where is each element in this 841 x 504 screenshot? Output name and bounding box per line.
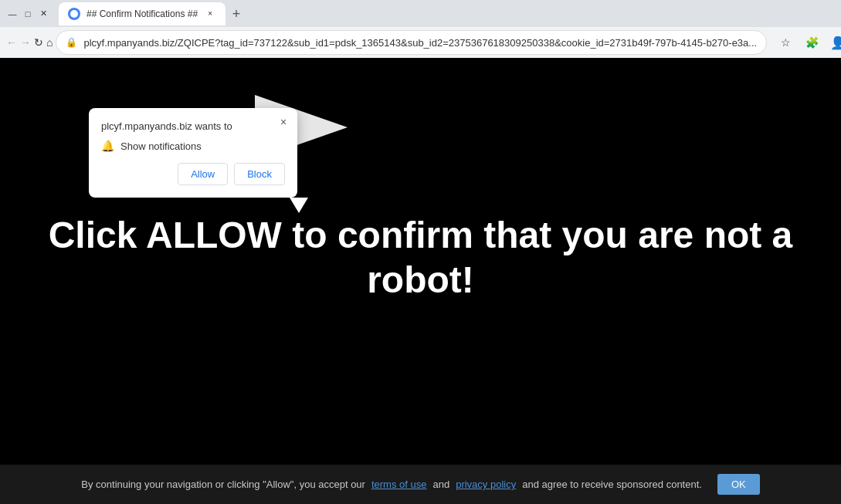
tab-close-button[interactable]: × xyxy=(204,8,216,20)
window-controls: — □ ✕ xyxy=(6,8,49,20)
footer-text-after: and agree to receive sponsored content. xyxy=(522,479,702,490)
page-content: × plcyf.mpanyands.biz wants to 🔔 Show no… xyxy=(0,58,841,504)
privacy-policy-link[interactable]: privacy policy xyxy=(456,479,516,490)
browser-frame: — □ ✕ ## Confirm Notifications ## × + ← … xyxy=(0,0,841,504)
home-button[interactable]: ⌂ xyxy=(46,30,53,55)
extensions-button[interactable]: 🧩 xyxy=(799,30,824,55)
browser-tab[interactable]: ## Confirm Notifications ## × xyxy=(59,2,226,25)
popup-buttons: Allow Block xyxy=(101,163,285,185)
lock-icon: 🔒 xyxy=(66,37,77,48)
nav-bar: ← → ↻ ⌂ 🔒 plcyf.mpanyands.biz/ZQICPE?tag… xyxy=(0,27,841,58)
allow-button[interactable]: Allow xyxy=(178,163,228,185)
tab-title: ## Confirm Notifications ## xyxy=(86,8,198,19)
bell-icon: 🔔 xyxy=(101,140,114,152)
title-bar: — □ ✕ ## Confirm Notifications ## × + xyxy=(0,0,841,27)
popup-permission-row: 🔔 Show notifications xyxy=(101,140,285,152)
svg-point-0 xyxy=(70,10,78,18)
notification-popup: × plcyf.mpanyands.biz wants to 🔔 Show no… xyxy=(89,108,297,198)
forward-button[interactable]: → xyxy=(20,30,31,55)
new-tab-button[interactable]: + xyxy=(226,4,247,25)
profile-icon: 👤 xyxy=(830,36,841,50)
maximize-button[interactable]: □ xyxy=(22,8,34,20)
minimize-button[interactable]: — xyxy=(6,8,19,20)
address-bar[interactable]: 🔒 plcyf.mpanyands.biz/ZQICPE?tag_id=7371… xyxy=(56,30,767,55)
tab-bar: ## Confirm Notifications ## × + xyxy=(59,2,835,25)
bookmark-button[interactable]: ☆ xyxy=(773,30,798,55)
address-text: plcyf.mpanyands.biz/ZQICPE?tag_id=737122… xyxy=(83,37,757,49)
profile-button[interactable]: 👤 xyxy=(826,30,841,55)
reload-button[interactable]: ↻ xyxy=(34,30,43,55)
footer-bar: By continuing your navigation or clickin… xyxy=(0,465,841,504)
footer-and: and xyxy=(432,479,449,490)
footer-text-before: By continuing your navigation or clickin… xyxy=(81,479,365,490)
popup-permission-text: Show notifications xyxy=(120,140,202,152)
main-heading: Click ALLOW to confirm that you are not … xyxy=(0,213,841,302)
tab-favicon-icon xyxy=(68,8,80,20)
popup-title: plcyf.mpanyands.biz wants to xyxy=(101,120,285,132)
block-button[interactable]: Block xyxy=(234,163,285,185)
terms-of-use-link[interactable]: terms of use xyxy=(371,479,427,490)
popup-close-button[interactable]: × xyxy=(276,114,291,130)
popup-arrow xyxy=(290,198,308,213)
ok-button[interactable]: OK xyxy=(717,474,760,495)
nav-right-controls: ☆ 🧩 👤 ⋮ xyxy=(773,30,841,55)
back-button[interactable]: ← xyxy=(6,30,17,55)
close-button[interactable]: ✕ xyxy=(37,8,49,20)
